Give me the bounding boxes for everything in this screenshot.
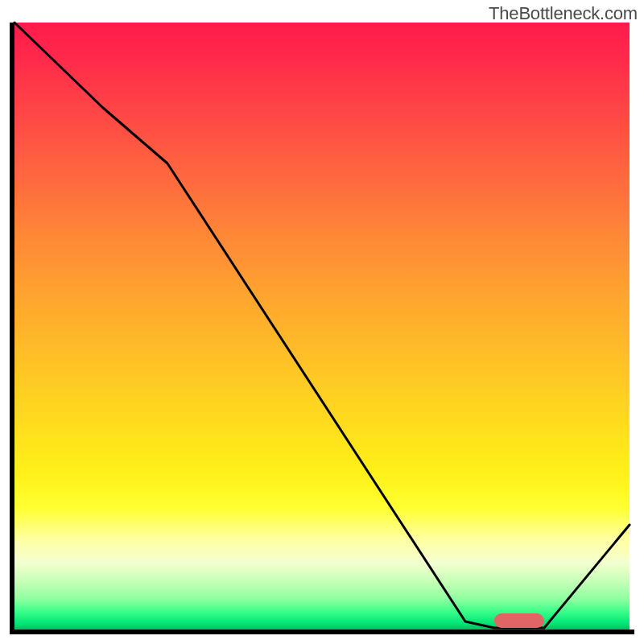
watermark-text: TheBottleneck.com — [489, 3, 638, 24]
x-axis — [10, 630, 634, 634]
optimum-range-marker — [494, 613, 544, 628]
chart-canvas: TheBottleneck.com — [0, 0, 644, 644]
bottleneck-curve — [14, 23, 630, 630]
